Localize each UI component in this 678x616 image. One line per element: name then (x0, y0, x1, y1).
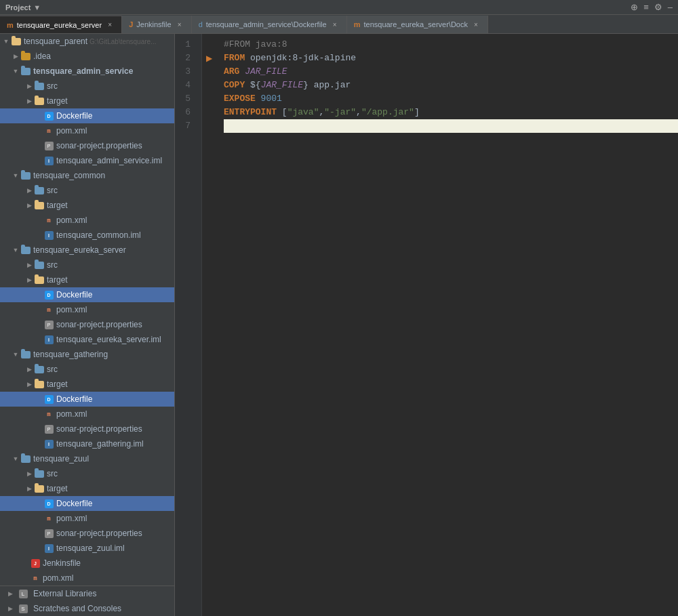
tree-common-pom[interactable]: ▶ m pom.xml (0, 213, 174, 228)
admin-src-label: src (47, 81, 58, 91)
tab-icon-m2: m (354, 20, 361, 28)
code-copy-rest: } app.jar (303, 79, 351, 92)
tree-zuul-src[interactable]: ▶ src (0, 466, 174, 481)
code-keyword-copy: COPY (224, 79, 250, 92)
icon-zuul-iml: I (43, 543, 54, 554)
tab-close[interactable]: × (105, 20, 115, 30)
line-numbers: 1 2 3 4 5 6 7 (175, 34, 202, 616)
tree-eureka-dockerfile[interactable]: ▶ D Dockerfile (0, 287, 174, 302)
sidebar: ▼ tensquare_parent G:\GitLab\tensquare..… (0, 34, 175, 616)
common-label: tensquare_common (33, 171, 105, 180)
code-line-4: COPY ${JAR_FILE} app.jar (224, 79, 678, 92)
tree-common-iml[interactable]: ▶ I tensquare_common.iml (0, 228, 174, 243)
code-editor[interactable]: #FROM java:8 FROM openjdk:8-jdk-alpine A… (216, 34, 678, 616)
tree-jenkinsfile[interactable]: ▶ J Jenkinsfile (0, 556, 174, 571)
tree-admin-target[interactable]: ▶ target (0, 94, 174, 108)
tree-admin-src[interactable]: ▶ src (0, 79, 174, 94)
admin-label: tensquare_admin_service (33, 66, 133, 76)
code-line-7-empty (224, 119, 229, 133)
tree-admin-iml[interactable]: ▶ I tensquare_admin_service.iml (0, 153, 174, 168)
arrow-common-src: ▶ (24, 187, 34, 194)
tree-common-src[interactable]: ▶ src (0, 183, 174, 198)
arrow-admin: ▼ (11, 68, 20, 75)
tree-gathering-pom[interactable]: ▶ m pom.xml (0, 407, 174, 422)
zuul-sonar-label: sonar-project.properties (56, 529, 142, 538)
tab-close-j[interactable]: × (175, 20, 184, 29)
common-target-label: target (47, 201, 68, 210)
tab-eureka-server[interactable]: m tensquare_eureka_server × (0, 16, 122, 33)
tree-admin-dockerfile[interactable]: ▶ D Dockerfile (0, 108, 174, 123)
tree-gathering-iml[interactable]: ▶ I tensquare_gathering.iml (0, 436, 174, 451)
tree-eureka-sonar[interactable]: ▶ P sonar-project.properties (0, 317, 174, 332)
icon-eureka-src (34, 260, 45, 270)
tab-jenkinsfile[interactable]: J Jenkinsfile × (122, 16, 191, 33)
tab-close-d[interactable]: × (330, 20, 340, 29)
code-copy-dollar: ${ (250, 79, 261, 92)
sidebar-bottom: ▶ L External Libraries ▶ S Scratches and… (0, 586, 174, 616)
arrow-idea: ▶ (11, 53, 20, 60)
tree-eureka-iml[interactable]: ▶ I tensquare_eureka_server.iml (0, 332, 174, 347)
tree-eureka-pom[interactable]: ▶ m pom.xml (0, 302, 174, 317)
eureka-pom-label: pom.xml (56, 305, 87, 314)
tab-eureka-dockerfile[interactable]: m tensquare_eureka_server\Dock × (347, 16, 488, 33)
tree-root[interactable]: ▼ tensquare_parent G:\GitLab\tensquare..… (0, 34, 174, 49)
tree-zuul-pom[interactable]: ▶ m pom.xml (0, 511, 174, 526)
eureka-target-label: target (47, 275, 68, 285)
code-copy-var: JAR_FILE (261, 79, 303, 92)
icon-admin-dockerfile: D (43, 110, 54, 121)
gutter: ▶ (202, 34, 216, 616)
editor-area: 1 2 3 4 5 6 7 ▶ (175, 34, 678, 616)
icon-zuul-target (34, 483, 45, 494)
icon-common-folder (20, 170, 31, 181)
tree-admin-sonar[interactable]: ▶ P sonar-project.properties (0, 138, 174, 153)
tree-eureka-src[interactable]: ▶ src (0, 258, 174, 272)
scratches-consoles-item[interactable]: ▶ S Scratches and Consoles (0, 601, 174, 616)
icon-gathering-src (34, 364, 45, 375)
icon-admin-pom: m (43, 125, 54, 136)
tree-root-pom[interactable]: ▶ m pom.xml (0, 571, 174, 586)
icon-gathering-dockerfile: D (43, 394, 54, 405)
tree-common-target[interactable]: ▶ target (0, 198, 174, 213)
minimize-icon[interactable]: – (668, 2, 673, 12)
tree-gathering-target[interactable]: ▶ target (0, 377, 174, 392)
tree-zuul-target[interactable]: ▶ target (0, 481, 174, 496)
tree-eureka[interactable]: ▼ tensquare_eureka_server (0, 243, 174, 258)
tree-zuul-iml[interactable]: ▶ I tensquare_zuul.iml (0, 541, 174, 556)
settings-icon[interactable]: ⚙ (654, 2, 662, 12)
tree-gathering[interactable]: ▼ tensquare_gathering (0, 347, 174, 362)
icon-root-folder (11, 36, 22, 47)
zuul-dockerfile-label: Dockerfile (56, 499, 92, 508)
admin-target-label: target (47, 96, 68, 106)
external-libraries-item[interactable]: ▶ L External Libraries (0, 586, 174, 601)
gathering-target-label: target (47, 379, 68, 389)
arrow-eureka-src: ▶ (24, 262, 34, 268)
code-text: #FROM java:8 (224, 38, 287, 52)
tree-zuul-sonar[interactable]: ▶ P sonar-project.properties (0, 526, 174, 541)
tree-gathering-src[interactable]: ▶ src (0, 362, 174, 377)
options-icon[interactable]: ≡ (643, 2, 649, 12)
title-arrow[interactable]: ▼ (33, 3, 41, 12)
code-line-6: ENTRYPOINT ["java","-jar","/app.jar"] (224, 106, 678, 119)
tree-gathering-dockerfile[interactable]: ▶ D Dockerfile (0, 392, 174, 407)
root-path: G:\GitLab\tensquare... (89, 38, 156, 45)
code-ep-bracket-open: [ (282, 106, 287, 119)
add-icon[interactable]: ⊕ (631, 2, 638, 12)
tree-admin-service[interactable]: ▼ tensquare_admin_service (0, 64, 174, 79)
tab-close-m2[interactable]: × (471, 20, 481, 29)
tree-idea[interactable]: ▶ .idea (0, 49, 174, 64)
code-keyword-from: FROM (224, 52, 250, 65)
tree-common[interactable]: ▼ tensquare_common (0, 168, 174, 183)
tree-zuul-dockerfile[interactable]: ▶ D Dockerfile (0, 496, 174, 511)
tree-zuul[interactable]: ▼ tensquare_zuul (0, 451, 174, 466)
tree-admin-pom[interactable]: ▶ m pom.xml (0, 123, 174, 138)
eureka-sonar-label: sonar-project.properties (56, 320, 142, 329)
icon-gathering-folder (20, 349, 31, 360)
tab-admin-dockerfile[interactable]: d tensquare_admin_service\Dockerfile × (192, 16, 347, 33)
icon-admin-src-folder (34, 81, 45, 91)
root-label: tensquare_parent (24, 37, 87, 46)
admin-iml-label: tensquare_admin_service.iml (56, 156, 162, 165)
arrow-zuul-target: ▶ (24, 485, 34, 492)
tree-gathering-sonar[interactable]: ▶ P sonar-project.properties (0, 422, 174, 436)
arrow-eureka-target: ▶ (24, 276, 34, 283)
tree-eureka-target[interactable]: ▶ target (0, 272, 174, 287)
